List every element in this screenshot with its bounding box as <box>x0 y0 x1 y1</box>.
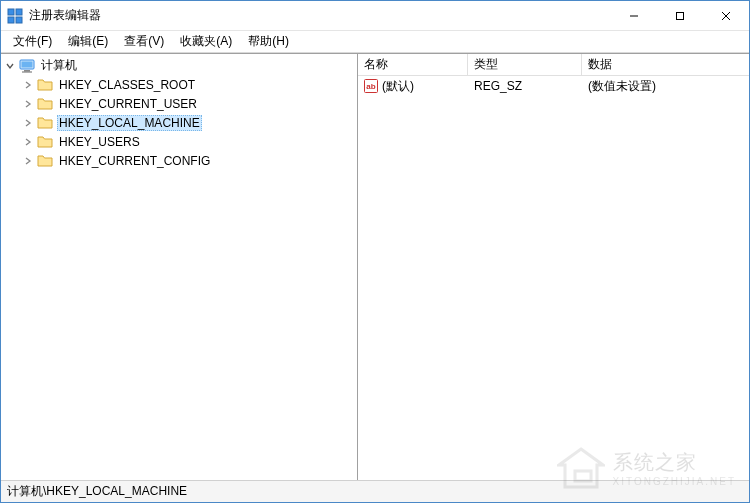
tree-root-label: 计算机 <box>39 56 79 75</box>
registry-tree: 计算机 HK <box>1 56 357 170</box>
registry-editor-window: 注册表编辑器 文件(F) 编辑(E) 查看(V) 收藏夹(A) 帮助(H) <box>0 0 750 503</box>
tree-key-users[interactable]: HKEY_USERS <box>19 132 357 151</box>
svg-rect-10 <box>24 70 30 72</box>
svg-text:ab: ab <box>366 82 375 91</box>
value-type: REG_SZ <box>468 79 582 93</box>
titlebar: 注册表编辑器 <box>1 1 749 31</box>
tree-key-label-selected: HKEY_LOCAL_MACHINE <box>57 115 202 131</box>
folder-icon <box>37 115 53 131</box>
value-name: (默认) <box>382 78 414 95</box>
svg-rect-9 <box>22 61 33 67</box>
column-header-name[interactable]: 名称 <box>358 54 468 75</box>
close-button[interactable] <box>703 1 749 30</box>
statusbar: 计算机\HKEY_LOCAL_MACHINE <box>1 480 749 502</box>
computer-icon <box>19 58 35 74</box>
tree-key-current-user[interactable]: HKEY_CURRENT_USER <box>19 94 357 113</box>
menu-favorites[interactable]: 收藏夹(A) <box>172 31 240 52</box>
menu-view[interactable]: 查看(V) <box>116 31 172 52</box>
expand-icon[interactable] <box>21 154 35 168</box>
tree-root-computer[interactable]: 计算机 <box>1 56 357 75</box>
statusbar-path: 计算机\HKEY_LOCAL_MACHINE <box>7 483 187 500</box>
menubar: 文件(F) 编辑(E) 查看(V) 收藏夹(A) 帮助(H) <box>1 31 749 53</box>
folder-icon <box>37 153 53 169</box>
tree-key-local-machine[interactable]: HKEY_LOCAL_MACHINE <box>19 113 357 132</box>
content-area: 计算机 HK <box>1 53 749 480</box>
string-value-icon: ab <box>364 79 378 93</box>
window-title: 注册表编辑器 <box>29 7 611 24</box>
tree-key-label: HKEY_CURRENT_CONFIG <box>57 153 212 169</box>
collapse-icon[interactable] <box>3 59 17 73</box>
svg-rect-1 <box>16 9 22 15</box>
tree-key-current-config[interactable]: HKEY_CURRENT_CONFIG <box>19 151 357 170</box>
expand-icon[interactable] <box>21 78 35 92</box>
svg-rect-11 <box>22 71 32 72</box>
list-body[interactable]: ab (默认) REG_SZ (数值未设置) <box>358 76 749 480</box>
values-list-pane: 名称 类型 数据 ab (默认) REG_SZ <box>358 54 749 480</box>
list-header: 名称 类型 数据 <box>358 54 749 76</box>
svg-rect-0 <box>8 9 14 15</box>
expand-icon[interactable] <box>21 135 35 149</box>
maximize-button[interactable] <box>657 1 703 30</box>
minimize-button[interactable] <box>611 1 657 30</box>
value-row[interactable]: ab (默认) REG_SZ (数值未设置) <box>358 76 749 96</box>
folder-icon <box>37 134 53 150</box>
svg-rect-5 <box>677 12 684 19</box>
folder-icon <box>37 96 53 112</box>
svg-rect-2 <box>8 17 14 23</box>
expand-icon[interactable] <box>21 116 35 130</box>
expand-icon[interactable] <box>21 97 35 111</box>
value-data: (数值未设置) <box>582 78 749 95</box>
tree-key-label: HKEY_CURRENT_USER <box>57 96 199 112</box>
tree-pane[interactable]: 计算机 HK <box>1 54 358 480</box>
menu-help[interactable]: 帮助(H) <box>240 31 297 52</box>
menu-file[interactable]: 文件(F) <box>5 31 60 52</box>
regedit-icon <box>7 8 23 24</box>
tree-key-label: HKEY_USERS <box>57 134 142 150</box>
folder-icon <box>37 77 53 93</box>
menu-edit[interactable]: 编辑(E) <box>60 31 116 52</box>
value-name-cell: ab (默认) <box>358 78 468 95</box>
window-controls <box>611 1 749 30</box>
column-header-type[interactable]: 类型 <box>468 54 582 75</box>
svg-rect-3 <box>16 17 22 23</box>
tree-key-classes-root[interactable]: HKEY_CLASSES_ROOT <box>19 75 357 94</box>
column-header-data[interactable]: 数据 <box>582 54 749 75</box>
tree-key-label: HKEY_CLASSES_ROOT <box>57 77 197 93</box>
